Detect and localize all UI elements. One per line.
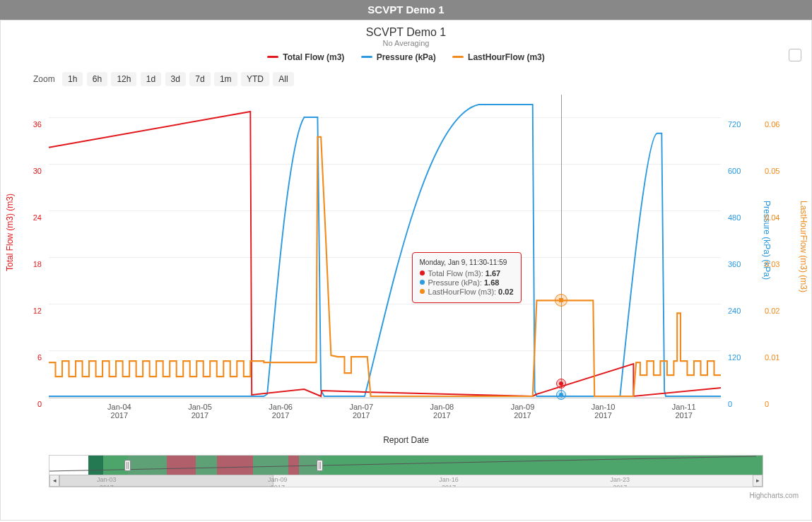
x-tick-label: Jan-08 <box>430 403 454 411</box>
legend-item-total-flow[interactable]: Total Flow (m3) <box>267 52 344 62</box>
zoom-7d[interactable]: 7d <box>189 72 210 86</box>
nav-x-sublabel: 2017 <box>271 484 285 487</box>
legend-swatch <box>267 56 278 58</box>
y-tick: 720 <box>728 121 763 129</box>
nav-x-sublabel: 2017 <box>442 484 456 487</box>
zoom-6h[interactable]: 6h <box>87 72 107 86</box>
zoom-1m[interactable]: 1m <box>214 72 237 86</box>
legend-label: Pressure (kPa) <box>377 52 436 62</box>
tooltip-label: Pressure (kPa): <box>428 278 482 287</box>
navigator-scroll-right[interactable]: ▸ <box>753 475 763 487</box>
x-tick-label: Jan-09 <box>511 403 535 411</box>
series-paths <box>49 95 721 398</box>
tooltip-label: LastHourFlow (m3): <box>428 287 497 296</box>
x-tick-sublabel: 2017 <box>272 411 289 420</box>
legend: Total Flow (m3) Pressure (kPa) LastHourF… <box>6 50 806 62</box>
x-tick-sublabel: 2017 <box>433 411 450 420</box>
y-tick: 0 <box>6 401 42 408</box>
tooltip-value: 0.02 <box>498 287 513 296</box>
y-tick: 480 <box>728 214 763 222</box>
x-tick-label: Jan-10 <box>592 403 616 411</box>
x-tick-sublabel: 2017 <box>353 411 370 420</box>
y-axis-left-title: Total Flow (m3) (m3) <box>5 194 15 271</box>
legend-label: Total Flow (m3) <box>283 52 344 62</box>
legend-item-pressure[interactable]: Pressure (kPa) <box>361 52 436 62</box>
x-tick-sublabel: 2017 <box>192 411 208 420</box>
legend-swatch <box>452 56 464 58</box>
nav-x-label: Jan-09 <box>268 476 288 483</box>
y-tick: 0.06 <box>765 121 800 129</box>
legend-swatch <box>361 56 372 58</box>
y-tick: 0.05 <box>765 167 800 175</box>
y-tick: 0.04 <box>765 214 800 222</box>
chart-container: SCVPT Demo 1 No Averaging Total Flow (m3… <box>0 20 812 521</box>
nav-x-label: Jan-23 <box>610 476 630 483</box>
navigator-scrollbar-thumb[interactable] <box>59 475 273 487</box>
chart-subtitle: No Averaging <box>6 39 806 47</box>
tooltip-value: 1.67 <box>486 269 500 278</box>
x-tick-sublabel: 2017 <box>594 411 611 420</box>
nav-x-label: Jan-16 <box>439 476 459 483</box>
tooltip-dot-icon <box>420 280 425 285</box>
y-axis-right-2-title: LastHourFlow (m3) (m3) <box>799 201 808 292</box>
x-tick-sublabel: 2017 <box>111 411 128 420</box>
x-axis: Jan-042017 Jan-052017 Jan-062017 Jan-072… <box>49 403 721 427</box>
x-tick-label: Jan-07 <box>349 403 373 411</box>
export-menu-button[interactable] <box>789 49 801 61</box>
plot-area[interactable]: Monday, Jan 9, 11:30-11:59 Total Flow (m… <box>49 95 721 398</box>
nav-x-label: Jan-03 <box>97 476 117 483</box>
navigator-x-axis: ◂ ▸ Jan-032017 Jan-092017 Jan-162017 Jan… <box>49 475 763 487</box>
y-tick: 30 <box>6 167 42 175</box>
x-tick-sublabel: 2017 <box>514 411 531 420</box>
x-axis-title: Report Date <box>6 435 806 445</box>
y-tick: 12 <box>6 307 42 315</box>
y-tick: 6 <box>6 354 42 362</box>
credits[interactable]: Highcharts.com <box>6 492 799 499</box>
y-axis-right-1: 0 120 240 360 480 600 720 <box>728 95 763 405</box>
y-tick: 360 <box>728 261 763 268</box>
x-tick-sublabel: 2017 <box>675 411 692 420</box>
chart-title: SCVPT Demo 1 <box>6 26 806 39</box>
navigator-trend <box>49 456 763 476</box>
y-tick: 36 <box>6 121 42 129</box>
hover-marker-red <box>556 379 566 388</box>
y-axis-right-2: 0 0.01 0.02 0.03 0.04 0.05 0.06 <box>765 95 800 405</box>
zoom-1d[interactable]: 1d <box>141 72 161 86</box>
y-tick: 0.02 <box>765 307 800 315</box>
tooltip-dot-icon <box>420 271 425 275</box>
hover-marker-blue <box>556 390 566 400</box>
zoom-3d[interactable]: 3d <box>165 72 186 86</box>
zoom-all[interactable]: All <box>273 72 293 86</box>
legend-item-lasthourflow[interactable]: LastHourFlow (m3) <box>452 52 545 62</box>
nav-x-sublabel: 2017 <box>100 484 114 487</box>
tooltip-dot-icon <box>420 289 425 294</box>
navigator-handle-left[interactable] <box>124 460 131 471</box>
zoom-ytd[interactable]: YTD <box>241 72 269 86</box>
tooltip: Monday, Jan 9, 11:30-11:59 Total Flow (m… <box>412 252 522 303</box>
nav-x-sublabel: 2017 <box>613 484 627 487</box>
y-tick: 0 <box>765 401 800 408</box>
x-tick-label: Jan-05 <box>188 403 212 411</box>
x-tick-label: Jan-06 <box>269 403 293 411</box>
y-tick: 0.03 <box>765 261 800 268</box>
hover-marker-orange <box>555 294 567 307</box>
zoom-12h[interactable]: 12h <box>111 72 136 86</box>
zoom-1h[interactable]: 1h <box>62 72 83 86</box>
zoom-controls: Zoom 1h 6h 12h 1d 3d 7d 1m YTD All <box>33 72 806 86</box>
tooltip-label: Total Flow (m3): <box>428 269 483 278</box>
x-tick-label: Jan-11 <box>672 403 696 411</box>
zoom-label: Zoom <box>33 74 55 84</box>
y-tick: 120 <box>728 354 763 362</box>
tooltip-value: 1.68 <box>484 278 499 287</box>
legend-label: LastHourFlow (m3) <box>468 52 545 62</box>
y-tick: 240 <box>728 307 763 315</box>
navigator[interactable]: ◂ ▸ Jan-032017 Jan-092017 Jan-162017 Jan… <box>49 455 763 487</box>
y-tick: 0.01 <box>765 354 800 362</box>
y-tick: 0 <box>728 401 763 408</box>
plot-area-wrapper: 0 6 12 18 24 30 36 Total Flow (m3) (m3) … <box>6 95 806 434</box>
x-tick-label: Jan-04 <box>107 403 131 411</box>
tooltip-datetime: Monday, Jan 9, 11:30-11:59 <box>420 259 514 266</box>
navigator-scroll-left[interactable]: ◂ <box>49 475 59 487</box>
window-title-bar: SCVPT Demo 1 <box>0 0 812 20</box>
navigator-handle-right[interactable] <box>317 460 323 471</box>
